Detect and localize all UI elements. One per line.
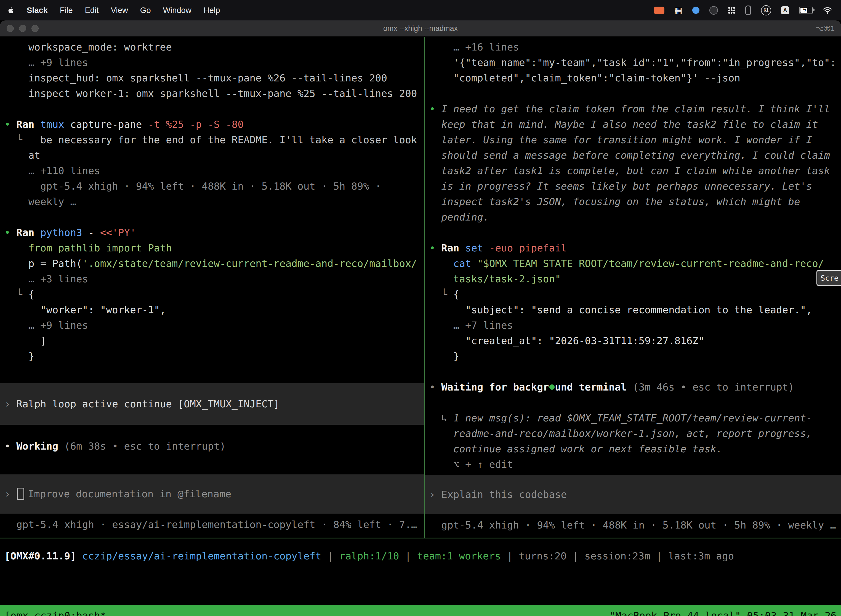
- text-segment-it: keep that in mind. Maybe I also need the…: [441, 119, 818, 130]
- terminal-line: later. Using the same for transition mig…: [429, 132, 837, 148]
- right-terminal-pane[interactable]: … +16 lines'{"team_name":"my-team","task…: [425, 37, 841, 538]
- text-segment-dim: •: [429, 381, 441, 393]
- dots-grid-icon[interactable]: [728, 7, 736, 14]
- menu-item-file[interactable]: File: [60, 6, 73, 15]
- text-segment-w: -: [82, 227, 100, 238]
- left-terminal-pane[interactable]: workspace_mode: worktree… +9 linesinspec…: [0, 37, 424, 538]
- dark-app-icon[interactable]: [709, 6, 718, 15]
- text-segment-it: task2 after task1 is complete, but can I…: [441, 165, 830, 176]
- terminal-line: workspace_mode: worktree: [4, 40, 420, 55]
- terminal-line: … +9 lines: [4, 318, 420, 333]
- tab-shortcut-hint: ⌥⌘1: [816, 25, 835, 32]
- terminal-window: omx --xhigh --madmax ⌥⌘1 workspace_mode:…: [0, 21, 841, 616]
- terminal-line: "worker": "worker-1",: [4, 302, 420, 318]
- spinner-dot: o: [549, 381, 555, 393]
- terminal-line: at: [4, 148, 420, 163]
- tmux-panes: workspace_mode: worktree… +9 linesinspec…: [0, 37, 841, 538]
- tmux-host-clock: "MacBook-Pro-44.local" 05:03 31-Mar-26: [609, 610, 837, 616]
- text-cursor: [17, 488, 24, 500]
- text-segment-dim: |: [501, 550, 519, 562]
- text-segment-dim: (3m 46s • esc to interrupt): [627, 381, 794, 393]
- menu-item-help[interactable]: Help: [204, 6, 220, 15]
- text-segment-dim: … +3 lines: [28, 273, 88, 285]
- terminal-line: weekly …: [4, 194, 420, 210]
- team-counter: team:1 workers: [417, 550, 501, 562]
- terminal-line: [429, 395, 837, 411]
- text-segment-it: is in progress? It seems likely but perh…: [441, 180, 812, 192]
- text-segment-wb: Working: [16, 440, 58, 452]
- working-status: • Working (6m 38s • esc to interrupt): [4, 439, 420, 454]
- prompt-input: › Explain this codebase: [429, 487, 837, 502]
- terminal-line: … +7 lines: [429, 318, 837, 333]
- macos-menu-bar: Slack File Edit View Go Window Help ▦ 61…: [0, 0, 841, 21]
- omx-status-line: [OMX#0.11.9] cczip/essay/ai-reimplementa…: [4, 549, 837, 564]
- menu-bar-left: Slack File Edit View Go Window Help: [7, 6, 220, 15]
- thinking-line: • I need to get the claim token from the…: [429, 101, 837, 117]
- text-segment-red: -t %25 -p -S -80: [148, 119, 244, 130]
- text-segment-blue: tmux: [40, 119, 64, 130]
- text-segment-w: "subject": "send a concise recommendatio…: [465, 304, 812, 315]
- text-segment-dim: ›: [4, 398, 16, 409]
- terminal-line: … +110 lines: [4, 163, 420, 179]
- text-segment-w: •: [4, 440, 16, 452]
- text-segment-it: should send a message before completing …: [441, 150, 830, 161]
- menu-item-edit[interactable]: Edit: [85, 6, 99, 15]
- window-title-bar[interactable]: omx --xhigh --madmax ⌥⌘1: [0, 21, 841, 37]
- text-segment-dim: |: [567, 550, 585, 562]
- text-segment-ph: Improve documentation in @filename: [28, 488, 231, 500]
- terminal-line: └ be necessary for the end of the README…: [4, 132, 420, 148]
- text-segment-out: be necessary for the end of the README. …: [40, 134, 417, 145]
- terminal-line: tasks/task-2.json": [429, 271, 837, 287]
- tmux-session-label: [omx-cczip0:bash*: [4, 610, 106, 616]
- text-segment-dim: |: [651, 550, 668, 562]
- text-segment-dim: gpt-5.4 xhigh · 94% left · 488K in · 5.1…: [441, 519, 836, 531]
- ralph-counter: ralph:1/10: [339, 550, 399, 562]
- wifi-icon[interactable]: [823, 6, 832, 14]
- text-segment-wb: Ran: [16, 119, 40, 130]
- text-segment-w: capture-pane: [64, 119, 148, 130]
- text-segment-bull: •: [429, 103, 441, 114]
- terminal-line: … +16 lines: [429, 40, 837, 55]
- terminal-line: [429, 86, 837, 101]
- circle-61-icon[interactable]: 61: [761, 5, 771, 15]
- zoom-button[interactable]: [31, 25, 39, 32]
- text-segment-dim: ⌥ + ↑ edit: [453, 459, 513, 470]
- battery-icon[interactable]: ϟ: [799, 7, 813, 14]
- text-segment-blue: set: [465, 242, 483, 254]
- text-segment-wb: Ran: [16, 227, 40, 238]
- charging-bolt-icon: ϟ: [800, 7, 810, 13]
- menu-item-view[interactable]: View: [111, 6, 128, 15]
- model-status: gpt-5.4 xhigh · 94% left · 488K in · 5.1…: [429, 518, 837, 533]
- terminal-line: inspect task2's JSON, focusing on the st…: [429, 194, 837, 210]
- text-segment-grn: tasks/task-2.json": [453, 273, 561, 285]
- active-app-name[interactable]: Slack: [27, 6, 48, 15]
- terminal-line: [4, 101, 420, 117]
- minimize-button[interactable]: [19, 25, 26, 32]
- text-segment-dim: … +9 lines: [28, 57, 88, 68]
- command-line: • Ran set -euo pipefail: [429, 241, 837, 256]
- text-segment-dim: ↳: [441, 412, 453, 424]
- session-path: cczip/essay/ai-reimplementation-copyleft: [82, 550, 321, 562]
- close-button[interactable]: [7, 25, 14, 32]
- text-segment-dim: … +16 lines: [453, 41, 519, 53]
- menu-item-go[interactable]: Go: [140, 6, 151, 15]
- right-prompt-band[interactable]: › Explain this codebase: [425, 475, 841, 514]
- apple-menu-icon[interactable]: [7, 6, 15, 15]
- screen-recording-icon[interactable]: [654, 7, 664, 14]
- menu-item-window[interactable]: Window: [163, 6, 192, 15]
- queued-message-band: › Ralph loop active continue [OMX_TMUX_I…: [0, 383, 424, 425]
- left-footer: gpt-5.4 xhigh · essay/ai-reimplementatio…: [4, 517, 420, 532]
- grid-app-icon[interactable]: ▦: [674, 5, 682, 15]
- left-prompt-band[interactable]: › Improve documentation in @filename: [0, 474, 424, 513]
- keyboard-layout-icon[interactable]: A: [781, 6, 789, 14]
- text-segment-dim: |: [321, 550, 339, 562]
- blue-app-icon[interactable]: [692, 7, 699, 14]
- pill-app-icon[interactable]: [745, 6, 751, 15]
- battery-nub: [813, 9, 815, 11]
- terminal-line: … +3 lines: [4, 271, 420, 287]
- text-segment-dim: … +9 lines: [28, 320, 88, 331]
- text-segment-dim: ›: [4, 488, 16, 500]
- text-segment-w: p = Path(: [28, 258, 82, 269]
- terminal-line: readme-and-reco/mailbox/worker-1.json, a…: [429, 426, 837, 441]
- text-segment-dim: ›: [429, 489, 441, 500]
